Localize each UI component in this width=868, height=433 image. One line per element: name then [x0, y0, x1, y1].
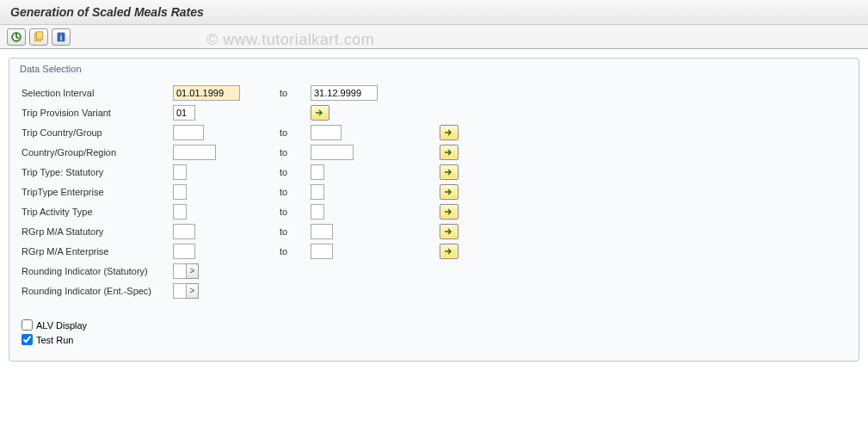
trip-type-statutory-multi-button[interactable]: [440, 164, 459, 180]
row-country-group-region: Country/Group/Region to: [18, 142, 850, 162]
trip-country-group-multi-button[interactable]: [440, 125, 459, 140]
country-group-region-from-input[interactable]: [173, 145, 216, 160]
to-label: to: [276, 88, 311, 98]
rgrp-ma-enterprise-from-input[interactable]: [173, 244, 195, 259]
rounding-statutory-picker-button[interactable]: >: [187, 263, 199, 279]
svg-text:i: i: [60, 33, 62, 41]
label-rgrp-ma-statutory: RGrp M/A Statutory: [18, 226, 173, 237]
row-rounding-statutory: Rounding Indicator (Statutory) >: [18, 261, 850, 281]
to-label: to: [276, 246, 311, 257]
data-selection-group: Data Selection Selection Interval to Tri…: [9, 58, 859, 362]
trip-type-enterprise-multi-button[interactable]: [440, 184, 459, 200]
dropdown-icon: >: [190, 266, 195, 275]
trip-type-enterprise-to-input[interactable]: [311, 184, 324, 200]
to-label: to: [276, 207, 311, 217]
rgrp-ma-statutory-to-input[interactable]: [311, 224, 333, 239]
row-trip-country-group: Trip Country/Group to: [18, 122, 850, 142]
trip-provision-variant-input[interactable]: [173, 105, 195, 121]
alv-display-checkbox[interactable]: [22, 319, 33, 331]
country-group-region-multi-button[interactable]: [440, 145, 459, 160]
rgrp-ma-enterprise-multi-button[interactable]: [440, 244, 459, 259]
row-test-run: Test Run: [18, 334, 850, 345]
page-title: Generation of Scaled Meals Rates: [0, 0, 868, 25]
info-button[interactable]: i: [52, 28, 71, 46]
label-rounding-statutory: Rounding Indicator (Statutory): [18, 266, 173, 276]
row-rgrp-ma-statutory: RGrp M/A Statutory to: [18, 221, 850, 241]
group-title: Data Selection: [18, 64, 850, 74]
to-label: to: [276, 226, 311, 237]
row-rounding-enterprise: Rounding Indicator (Ent.-Spec) >: [18, 281, 850, 300]
test-run-checkbox[interactable]: [22, 334, 33, 345]
label-rounding-enterprise: Rounding Indicator (Ent.-Spec): [18, 286, 173, 296]
row-trip-type-enterprise: TripType Enterprise to: [18, 182, 850, 201]
trip-country-group-from-input[interactable]: [173, 125, 204, 140]
rgrp-ma-enterprise-to-input[interactable]: [311, 244, 333, 259]
selection-interval-from-input[interactable]: [173, 85, 240, 101]
rounding-enterprise-input[interactable]: [173, 283, 187, 299]
rgrp-ma-statutory-multi-button[interactable]: [440, 224, 459, 239]
trip-type-statutory-to-input[interactable]: [311, 164, 324, 180]
row-trip-type-statutory: Trip Type: Statutory to: [18, 162, 850, 182]
label-country-group-region: Country/Group/Region: [18, 147, 173, 158]
label-trip-activity-type: Trip Activity Type: [18, 207, 173, 217]
trip-activity-type-multi-button[interactable]: [440, 204, 459, 220]
label-trip-provision-variant: Trip Provision Variant: [18, 108, 173, 118]
to-label: to: [276, 127, 311, 138]
dropdown-icon: >: [190, 286, 195, 295]
label-rgrp-ma-enterprise: RGrp M/A Enterprise: [18, 246, 173, 257]
label-trip-country-group: Trip Country/Group: [18, 127, 173, 138]
label-trip-type-enterprise: TripType Enterprise: [18, 187, 173, 197]
rgrp-ma-statutory-from-input[interactable]: [173, 224, 195, 239]
execute-button[interactable]: [7, 28, 26, 46]
row-trip-activity-type: Trip Activity Type to: [18, 201, 850, 221]
svg-rect-4: [36, 31, 42, 39]
row-trip-provision-variant: Trip Provision Variant: [18, 102, 850, 122]
to-label: to: [276, 187, 311, 197]
trip-type-enterprise-from-input[interactable]: [173, 184, 187, 200]
label-trip-type-statutory: Trip Type: Statutory: [18, 167, 173, 177]
trip-type-statutory-from-input[interactable]: [173, 164, 187, 180]
trip-provision-variant-multi-button[interactable]: [311, 105, 329, 121]
alv-display-label: ALV Display: [36, 320, 87, 331]
trip-country-group-to-input[interactable]: [311, 125, 342, 140]
country-group-region-to-input[interactable]: [311, 145, 354, 160]
get-variant-button[interactable]: [29, 28, 48, 46]
row-alv-display: ALV Display: [18, 319, 850, 331]
rounding-enterprise-picker-button[interactable]: >: [187, 283, 199, 299]
trip-activity-type-to-input[interactable]: [311, 204, 324, 220]
row-selection-interval: Selection Interval to: [18, 83, 850, 102]
selection-interval-to-input[interactable]: [311, 85, 378, 101]
row-rgrp-ma-enterprise: RGrp M/A Enterprise to: [18, 241, 850, 261]
to-label: to: [276, 167, 311, 177]
trip-activity-type-from-input[interactable]: [173, 204, 187, 220]
svg-line-2: [16, 37, 19, 39]
toolbar: i: [0, 25, 868, 49]
rounding-statutory-input[interactable]: [173, 263, 187, 279]
label-selection-interval: Selection Interval: [18, 88, 173, 98]
test-run-label: Test Run: [36, 335, 73, 345]
to-label: to: [276, 147, 311, 158]
